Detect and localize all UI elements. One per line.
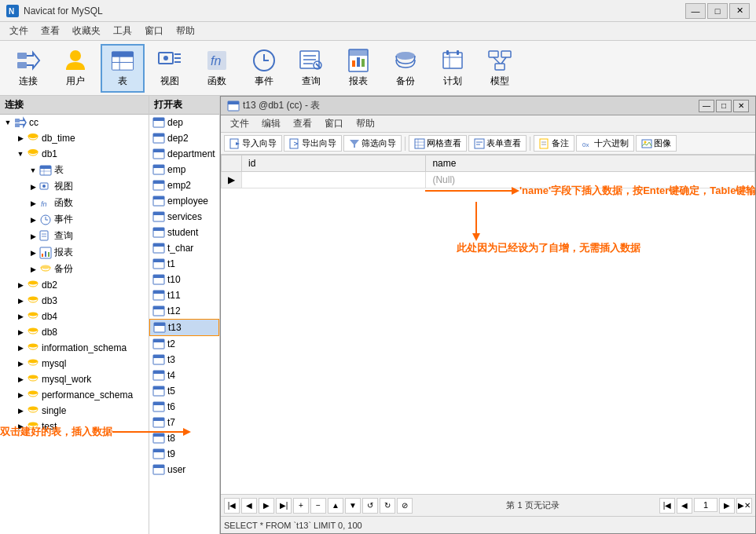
table-list-dep2[interactable]: dep2 — [149, 130, 219, 146]
inner-minimize-button[interactable]: — — [699, 100, 714, 112]
import-wizard-button[interactable]: 导入向导 — [224, 135, 282, 152]
cell-name[interactable]: (Null) — [426, 172, 755, 188]
menu-view[interactable]: 查看 — [35, 23, 66, 39]
tree-item-db3[interactable]: ▶ db3 — [0, 293, 149, 309]
tree-item-db1-views[interactable]: ▶ 视图 — [0, 178, 149, 195]
close-button[interactable]: ✕ — [729, 3, 750, 19]
table-list-t8[interactable]: t8 — [149, 430, 219, 446]
table-list-t2[interactable]: t2 — [149, 336, 219, 352]
tree-item-db8[interactable]: ▶ db8 — [0, 324, 149, 340]
cell-id[interactable] — [242, 172, 426, 188]
table-list-t7[interactable]: t7 — [149, 415, 219, 430]
table-list-emp2[interactable]: emp2 — [149, 177, 219, 193]
nav-down-button[interactable]: ▼ — [345, 498, 361, 514]
nav-undo-button[interactable]: ↺ — [362, 498, 378, 514]
image-button[interactable]: 图像 — [636, 135, 677, 152]
menu-file[interactable]: 文件 — [3, 23, 35, 39]
nav-add-button[interactable]: + — [293, 498, 309, 514]
tree-item-mysql[interactable]: ▶ mysql — [0, 356, 149, 371]
toolbar-user[interactable]: 用户 — [53, 44, 97, 93]
tree-item-db4[interactable]: ▶ db4 — [0, 309, 149, 324]
toolbar-query[interactable]: 查询 — [289, 44, 333, 93]
table-list-t3[interactable]: t3 — [149, 352, 219, 368]
inner-menu-edit[interactable]: 编辑 — [255, 115, 287, 132]
nav-last-button[interactable]: ▶| — [276, 498, 292, 514]
table-list-t_char[interactable]: t_char — [149, 240, 219, 256]
export-wizard-button[interactable]: 导出向导 — [284, 135, 342, 152]
page-next-button[interactable]: ▶ — [719, 498, 735, 514]
inner-maximize-button[interactable]: □ — [716, 100, 732, 112]
page-first-button[interactable]: |◀ — [659, 498, 675, 514]
table-list-t11[interactable]: t11 — [149, 287, 219, 303]
table-list-student[interactable]: student — [149, 225, 219, 240]
table-list-t9[interactable]: t9 — [149, 446, 219, 462]
hex-button[interactable]: 0x 十六进制 — [576, 135, 634, 152]
table-list-t5[interactable]: t5 — [149, 383, 219, 399]
nav-first-button[interactable]: |◀ — [224, 498, 240, 514]
toolbar-connect[interactable]: 连接 — [6, 44, 50, 93]
tree-item-db1-events[interactable]: ▶ 事件 — [0, 211, 149, 228]
tree-item-test[interactable]: ▶ test — [0, 419, 149, 434]
table-list-department[interactable]: department — [149, 146, 219, 162]
nav-prev-button[interactable]: ◀ — [241, 498, 257, 514]
note-button[interactable]: 备注 — [534, 135, 574, 152]
tree-item-db1-backup[interactable]: ▶ 备份 — [0, 261, 149, 277]
page-last-button[interactable]: ▶✕ — [736, 498, 752, 514]
tree-item-db1[interactable]: ▼ db1 — [0, 146, 149, 162]
toolbar-function[interactable]: fn 函数 — [195, 44, 239, 93]
table-list-user[interactable]: user — [149, 462, 219, 477]
filter-wizard-button[interactable]: 筛选向导 — [343, 135, 402, 152]
toolbar-table[interactable]: 表 — [101, 44, 145, 93]
table-list-emp[interactable]: emp — [149, 162, 219, 177]
table-list-t1[interactable]: t1 — [149, 256, 219, 272]
import-icon — [229, 138, 240, 149]
page-number-input[interactable] — [694, 498, 717, 512]
grid-view-button[interactable]: 网格查看 — [409, 135, 467, 152]
toolbar-backup[interactable]: 备份 — [384, 44, 428, 93]
nav-delete-button[interactable]: − — [310, 498, 326, 514]
nav-stop-button[interactable]: ⊘ — [397, 498, 413, 514]
table-list-t6[interactable]: t6 — [149, 399, 219, 415]
nav-refresh-button[interactable]: ↻ — [380, 498, 395, 514]
menu-help[interactable]: 帮助 — [170, 23, 201, 39]
tree-item-db1-reports[interactable]: ▶ 报表 — [0, 244, 149, 261]
tree-item-db1-tables[interactable]: ▼ 表 — [0, 162, 149, 178]
tree-item-information_schema[interactable]: ▶ information_schema — [0, 340, 149, 356]
toolbar-view-label: 视图 — [160, 75, 179, 88]
inner-menu-file[interactable]: 文件 — [224, 115, 255, 132]
nav-next-button[interactable]: ▶ — [259, 498, 274, 514]
table-list-t13[interactable]: t13 — [149, 319, 219, 336]
toolbar-event[interactable]: 事件 — [242, 44, 286, 93]
menu-favorites[interactable]: 收藏夹 — [66, 23, 107, 39]
maximize-button[interactable]: □ — [707, 3, 728, 19]
toolbar-view[interactable]: 视图 — [148, 44, 192, 93]
minimize-button[interactable]: — — [685, 3, 706, 19]
tree-item-db1-queries[interactable]: ▶ 查询 — [0, 228, 149, 244]
table-list-t4[interactable]: t4 — [149, 368, 219, 383]
tree-item-db2[interactable]: ▶ db2 — [0, 277, 149, 293]
tree-item-cc[interactable]: ▼ cc — [0, 115, 149, 130]
tree-item-db_time[interactable]: ▶ db_time — [0, 130, 149, 146]
inner-menu-window[interactable]: 窗口 — [318, 115, 350, 132]
tree-item-mysql_work[interactable]: ▶ mysql_work — [0, 371, 149, 387]
table-list-services[interactable]: services — [149, 209, 219, 225]
form-view-button[interactable]: 表单查看 — [468, 135, 527, 152]
inner-close-button[interactable]: ✕ — [733, 100, 749, 112]
table-list-t10[interactable]: t10 — [149, 272, 219, 287]
table-list-employee[interactable]: employee — [149, 193, 219, 209]
tree-item-db1-functions[interactable]: ▶ fn 函数 — [0, 195, 149, 211]
menu-window[interactable]: 窗口 — [138, 23, 170, 39]
table-list-t12[interactable]: t12 — [149, 303, 219, 319]
toolbar-report[interactable]: 报表 — [336, 44, 380, 93]
tree-item-single[interactable]: ▶ single — [0, 403, 149, 419]
menu-tools[interactable]: 工具 — [107, 23, 138, 39]
svg-rect-108 — [153, 433, 164, 437]
table-list-dep[interactable]: dep — [149, 115, 219, 130]
nav-up-button[interactable]: ▲ — [328, 498, 343, 514]
toolbar-plan[interactable]: 计划 — [431, 44, 475, 93]
page-prev-button[interactable]: ◀ — [677, 498, 692, 514]
inner-menu-view[interactable]: 查看 — [287, 115, 318, 132]
toolbar-model[interactable]: 模型 — [478, 44, 522, 93]
inner-menu-help[interactable]: 帮助 — [350, 115, 381, 132]
tree-item-performance_schema[interactable]: ▶ performance_schema — [0, 387, 149, 403]
